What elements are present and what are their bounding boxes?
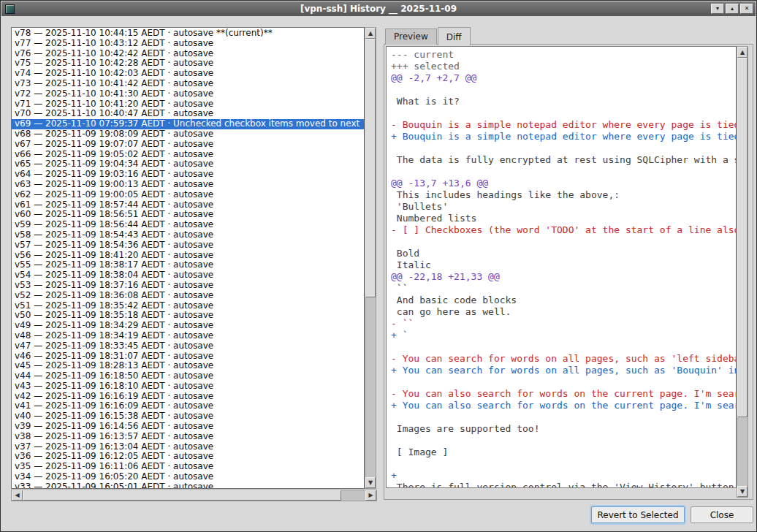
history-list-item[interactable]: v51 — 2025-11-09 18:35:42 AEDT · autosav… <box>12 301 364 311</box>
arrow-down-icon: ▼ <box>740 489 745 495</box>
scrollbar-track[interactable] <box>23 490 365 501</box>
diff-line: Numbered lists <box>391 213 736 224</box>
history-list-item[interactable]: v42 — 2025-11-09 16:16:19 AEDT · autosav… <box>12 392 364 402</box>
history-list-item[interactable]: v71 — 2025-11-10 10:41:20 AEDT · autosav… <box>12 99 364 110</box>
diff-line: @@ -13,7 +13,6 @@ <box>391 178 736 189</box>
history-list-item[interactable]: v48 — 2025-11-09 18:34:19 AEDT · autosav… <box>12 331 364 341</box>
window-controls: ▾ ▴ ✕ <box>711 4 753 14</box>
maximize-icon: ▴ <box>731 6 734 12</box>
history-list-horizontal-scrollbar[interactable]: ◀ ▶ <box>11 490 377 501</box>
history-list-vertical-scrollbar[interactable]: ▲ ▼ <box>365 27 376 489</box>
scroll-right-button[interactable]: ▶ <box>365 490 376 501</box>
history-list-item[interactable]: v61 — 2025-11-09 18:57:44 AEDT · autosav… <box>12 200 364 210</box>
scrollbar-thumb[interactable] <box>365 39 376 297</box>
history-list-item[interactable]: v52 — 2025-11-09 18:36:08 AEDT · autosav… <box>12 291 364 301</box>
history-list-item[interactable]: v53 — 2025-11-09 18:37:16 AEDT · autosav… <box>12 281 364 291</box>
history-list-item[interactable]: v45 — 2025-11-09 18:28:13 AEDT · autosav… <box>12 361 364 371</box>
diff-line: + ` <box>391 330 736 341</box>
scroll-down-button[interactable]: ▼ <box>737 486 748 497</box>
diff-line: + Bouquin is a simple notepad editor whe… <box>391 131 736 142</box>
history-list-item[interactable]: v46 — 2025-11-09 18:31:07 AEDT · autosav… <box>12 352 364 362</box>
history-list-item[interactable]: v66 — 2025-11-09 19:05:02 AEDT · autosav… <box>12 150 364 160</box>
arrow-up-icon: ▲ <box>740 50 745 56</box>
diff-line: And basic code blocks <box>391 294 736 306</box>
history-list-item[interactable]: v36 — 2025-11-09 16:12:05 AEDT · autosav… <box>12 452 364 462</box>
history-list-item[interactable]: v37 — 2025-11-09 16:13:04 AEDT · autosav… <box>12 442 364 452</box>
diff-vertical-scrollbar[interactable]: ▲ ▼ <box>737 46 748 498</box>
history-list-item[interactable]: v54 — 2025-11-09 18:38:04 AEDT · autosav… <box>12 270 364 281</box>
close-button[interactable]: Close <box>691 506 753 523</box>
history-list-item[interactable]: v57 — 2025-11-09 18:54:36 AEDT · autosav… <box>12 240 364 251</box>
diff-line <box>391 458 736 470</box>
history-list[interactable]: v78 — 2025-11-10 10:44:15 AEDT · autosav… <box>11 27 365 489</box>
diff-line <box>391 376 736 388</box>
scroll-up-button[interactable]: ▲ <box>737 47 748 58</box>
scroll-left-button[interactable]: ◀ <box>12 490 23 501</box>
diff-line: - [ ] Checkboxes (the word 'TODO' at the… <box>391 224 736 236</box>
scroll-up-button[interactable]: ▲ <box>365 28 376 39</box>
history-list-item[interactable]: v65 — 2025-11-09 19:04:34 AEDT · autosav… <box>12 159 364 170</box>
history-list-item[interactable]: v75 — 2025-11-10 10:42:28 AEDT · autosav… <box>12 58 364 69</box>
history-list-item[interactable]: v55 — 2025-11-09 18:38:17 AEDT · autosav… <box>12 260 364 270</box>
diff-text[interactable]: --- current+++ selected@@ -2,7 +2,7 @@ W… <box>386 46 737 488</box>
history-list-item[interactable]: v47 — 2025-11-09 18:33:45 AEDT · autosav… <box>12 341 364 352</box>
diff-line: 'Bullets' <box>391 201 736 213</box>
history-list-item[interactable]: v73 — 2025-11-10 10:41:42 AEDT · autosav… <box>12 79 364 89</box>
tab-bar: Preview Diff <box>385 28 471 45</box>
diff-line <box>391 236 736 248</box>
history-list-item[interactable]: v34 — 2025-11-09 16:05:20 AEDT · autosav… <box>12 472 364 482</box>
diff-line <box>391 142 736 154</box>
close-icon: ✕ <box>745 6 750 12</box>
scrollbar-track[interactable] <box>365 39 376 477</box>
history-list-item[interactable]: v40 — 2025-11-09 16:15:38 AEDT · autosav… <box>12 411 364 422</box>
history-list-item[interactable]: v69 — 2025-11-10 07:59:37 AEDT · Uncheck… <box>12 119 364 129</box>
diff-line: - `` <box>391 318 736 330</box>
history-list-item[interactable]: v41 — 2025-11-09 16:16:09 AEDT · autosav… <box>12 401 364 411</box>
history-list-item[interactable]: v72 — 2025-11-10 10:41:30 AEDT · autosav… <box>12 89 364 99</box>
history-list-item[interactable]: v76 — 2025-11-10 10:42:42 AEDT · autosav… <box>12 49 364 59</box>
history-list-item[interactable]: v35 — 2025-11-09 16:11:06 AEDT · autosav… <box>12 462 364 472</box>
diff-line: The data is fully encrypted at rest usin… <box>391 154 736 166</box>
history-list-item[interactable]: v63 — 2025-11-09 19:00:13 AEDT · autosav… <box>12 180 364 190</box>
history-list-item[interactable]: v67 — 2025-11-09 19:07:07 AEDT · autosav… <box>12 140 364 150</box>
history-list-item[interactable]: v58 — 2025-11-09 18:54:43 AEDT · autosav… <box>12 230 364 240</box>
diff-line: + You can search for words on all pages,… <box>391 365 736 376</box>
history-list-item[interactable]: v56 — 2025-11-09 18:41:20 AEDT · autosav… <box>12 251 364 261</box>
tab-preview[interactable]: Preview <box>385 28 437 45</box>
history-list-item[interactable]: v44 — 2025-11-09 16:18:50 AEDT · autosav… <box>12 371 364 381</box>
arrow-up-icon: ▲ <box>368 31 373 37</box>
history-list-item[interactable]: v50 — 2025-11-09 18:35:18 AEDT · autosav… <box>12 311 364 321</box>
history-list-item[interactable]: v38 — 2025-11-09 16:13:57 AEDT · autosav… <box>12 432 364 442</box>
diff-line: - You can search for words on all pages,… <box>391 353 736 365</box>
scrollbar-thumb[interactable] <box>23 490 341 501</box>
revert-to-selected-button[interactable]: Revert to Selected <box>591 506 685 523</box>
history-list-item[interactable]: v64 — 2025-11-09 19:03:16 AEDT · autosav… <box>12 170 364 180</box>
tab-diff[interactable]: Diff <box>438 27 471 45</box>
maximize-button[interactable]: ▴ <box>726 4 739 14</box>
history-list-item[interactable]: v70 — 2025-11-10 10:40:47 AEDT · autosav… <box>12 109 364 119</box>
history-list-item[interactable]: v62 — 2025-11-09 19:00:05 AEDT · autosav… <box>12 190 364 200</box>
history-list-item[interactable]: v43 — 2025-11-09 16:18:10 AEDT · autosav… <box>12 381 364 392</box>
window-title: [vpn-ssh] History __ 2025-11-09 <box>1 4 756 14</box>
history-list-item[interactable]: v68 — 2025-11-09 19:08:09 AEDT · autosav… <box>12 129 364 140</box>
history-list-item[interactable]: v78 — 2025-11-10 10:44:15 AEDT · autosav… <box>12 28 364 39</box>
diff-line: + You can also search for words on the c… <box>391 400 736 411</box>
history-list-item[interactable]: v60 — 2025-11-09 18:56:51 AEDT · autosav… <box>12 210 364 220</box>
diff-line: can go here as well. <box>391 306 736 318</box>
history-list-item[interactable]: v39 — 2025-11-09 16:14:56 AEDT · autosav… <box>12 422 364 432</box>
diff-line: +++ selected <box>391 61 736 72</box>
title-bar[interactable]: [vpn-ssh] History __ 2025-11-09 ▾ ▴ ✕ <box>1 1 756 16</box>
diff-line <box>391 84 736 96</box>
history-list-item[interactable]: v33 — 2025-11-09 16:05:01 AEDT · autosav… <box>12 482 364 489</box>
scroll-down-button[interactable]: ▼ <box>365 477 376 488</box>
scrollbar-track[interactable] <box>737 58 748 486</box>
scrollbar-thumb[interactable] <box>737 58 748 417</box>
minimize-button[interactable]: ▾ <box>711 4 724 14</box>
history-list-item[interactable]: v74 — 2025-11-10 10:42:03 AEDT · autosav… <box>12 69 364 79</box>
history-list-item[interactable]: v77 — 2025-11-10 10:43:12 AEDT · autosav… <box>12 39 364 49</box>
history-list-item[interactable]: v59 — 2025-11-09 18:56:44 AEDT · autosav… <box>12 220 364 230</box>
history-list-item[interactable]: v49 — 2025-11-09 18:34:29 AEDT · autosav… <box>12 321 364 331</box>
window-icon <box>5 4 15 14</box>
close-window-button[interactable]: ✕ <box>740 4 753 14</box>
diff-line: Italic <box>391 259 736 271</box>
